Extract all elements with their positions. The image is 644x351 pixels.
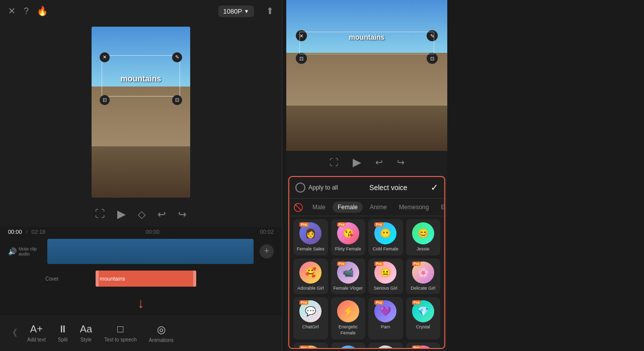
voice-card-normal-female[interactable]: 🙂Normal Female	[368, 342, 403, 348]
pro-badge: Pro	[337, 261, 346, 266]
left-controls-bar: ⛶ ▶ ◇ ↩ ↪	[0, 202, 282, 227]
top-bar: ✕ ? 🔥 1080P ▼ ⬆	[0, 0, 282, 23]
voice-card-energetic-female[interactable]: ⚡Energetic Female	[331, 297, 366, 339]
pro-badge: Pro	[374, 222, 383, 227]
help-icon[interactable]: ?	[24, 6, 29, 17]
right-handle-br[interactable]: ⊡	[427, 53, 438, 64]
voice-card-crystal[interactable]: 💎ProCrystal	[406, 297, 441, 339]
tab-male[interactable]: Male	[307, 202, 331, 213]
handle-bl[interactable]: ⊡	[100, 95, 110, 105]
diamond-icon[interactable]: ◇	[138, 208, 145, 220]
voice-name-cold-female: Cold Female	[373, 246, 398, 252]
tool-style[interactable]: Aa Style	[74, 323, 98, 342]
tab-ban[interactable]: 🚫	[293, 202, 303, 213]
handle-br[interactable]: ⊡	[172, 95, 182, 105]
voice-name-chat-girl: ChatGirl	[302, 324, 319, 330]
voice-avatar-flirty-female: 😘Pro	[337, 222, 359, 244]
pro-badge: Pro	[299, 300, 308, 305]
voice-avatar-delicate-girl: 🌸Pro	[412, 261, 434, 284]
tool-add-text[interactable]: A+ Add text	[21, 323, 52, 342]
voice-avatar-cold-female: 😶Pro	[374, 222, 396, 244]
timeline-marker-1: 00:00	[146, 229, 160, 235]
voice-card-flirty-female[interactable]: 😘ProFlirty Female	[331, 219, 366, 255]
text-clip[interactable]: mountains	[96, 271, 196, 287]
video-clip[interactable]	[47, 239, 254, 264]
voice-avatar-pam: 💜Pro	[374, 300, 396, 322]
voice-card-gloria[interactable]: 🌟ProGloria	[293, 342, 328, 348]
right-fullscreen-icon[interactable]: ⛶	[330, 157, 339, 168]
right-preview-text: mountains	[349, 33, 385, 41]
voice-name-jessie: Jessie	[417, 246, 430, 252]
tab-memesong[interactable]: Memesong	[394, 202, 434, 213]
apply-all-label: Apply to all	[308, 184, 338, 191]
voice-avatar-crystal: 💎Pro	[412, 300, 434, 322]
arrow-down: ↓	[0, 291, 282, 315]
timeline-area: 00:00 / 02:18 00:00 00:02 🔊 Mute clip au…	[0, 227, 282, 315]
right-play-icon[interactable]: ▶	[353, 156, 361, 169]
time-current: 00:00	[8, 229, 22, 235]
timeline-header: 00:00 / 02:18 00:00 00:02	[0, 227, 282, 237]
voice-name-pam: Pam	[381, 324, 390, 330]
voice-grid: 👩ProFemale Sales😘ProFlirty Female😶ProCol…	[289, 216, 444, 348]
voice-name-flirty-female: Flirty Female	[335, 246, 361, 252]
voice-name-crystal: Crystal	[416, 324, 430, 330]
right-undo-icon[interactable]: ↩	[375, 157, 383, 168]
voice-avatar-female-sales: 👩Pro	[299, 222, 321, 244]
redo-icon[interactable]: ↪	[178, 208, 187, 220]
voice-avatar-adorable-girl: 🥰	[299, 261, 321, 284]
voice-name-female-sales: Female Sales	[297, 246, 325, 252]
confirm-icon[interactable]: ✓	[431, 182, 438, 193]
right-redo-icon[interactable]: ↪	[397, 157, 405, 168]
close-icon[interactable]: ✕	[8, 6, 16, 17]
pro-badge: Pro	[299, 345, 308, 348]
voice-card-female-sales[interactable]: 👩ProFemale Sales	[293, 219, 328, 255]
fullscreen-icon[interactable]: ⛶	[95, 208, 105, 220]
voice-name-delicate-girl: Delicate Girl	[411, 286, 435, 292]
voice-name-female-vloger: Female Vloger	[333, 286, 363, 292]
voice-card-delicate-girl[interactable]: 🌸ProDelicate Girl	[406, 258, 441, 295]
voice-card-excited-female[interactable]: 🎉ProExcited Female	[406, 342, 441, 348]
tool-text-to-speech[interactable]: □ Text to speech	[98, 323, 142, 342]
tab-female[interactable]: Female	[333, 202, 363, 213]
voice-card-cold-female[interactable]: 😶ProCold Female	[368, 219, 403, 255]
voice-avatar-jessie: 😊	[412, 222, 434, 244]
voice-card-pam[interactable]: 💜ProPam	[368, 297, 403, 339]
voice-avatar-gloria: 🌟Pro	[299, 345, 321, 348]
play-icon[interactable]: ▶	[117, 208, 126, 221]
voice-card-adorable-girl[interactable]: 🥰Adorable Girl	[293, 258, 328, 295]
right-panel: ✕ ✎ ⊡ ⊡ mountains ⛶ ▶ ↩ ↪ Apply to all S…	[286, 0, 447, 351]
timeline-marker-2: 00:02	[260, 229, 274, 235]
right-mountain	[286, 53, 447, 106]
voice-avatar-serious-girl: 😐Pro	[374, 261, 396, 284]
tool-animations[interactable]: ◎ Animations	[143, 323, 180, 343]
clip-handle-right[interactable]	[193, 271, 196, 287]
nav-back-icon[interactable]: 《	[4, 323, 21, 343]
pro-badge: Pro	[412, 345, 421, 348]
voice-card-jessie[interactable]: 😊Jessie	[406, 219, 441, 255]
voice-card-serious-girl[interactable]: 😐ProSerious Girl	[368, 258, 403, 295]
panel-divider	[282, 0, 282, 351]
cover-label: Cover	[45, 276, 59, 281]
undo-icon[interactable]: ↩	[157, 208, 166, 220]
red-arrow-icon: ↓	[137, 295, 144, 311]
voice-header: Apply to all Select voice ✓	[289, 177, 444, 199]
tab-anime[interactable]: Anime	[365, 202, 392, 213]
handle-tr[interactable]: ✎	[172, 52, 182, 62]
apply-all-toggle[interactable]	[295, 183, 305, 193]
voice-avatar-female-vloger: 📹Pro	[337, 261, 359, 284]
resolution-button[interactable]: 1080P ▼	[218, 6, 255, 17]
voice-card-chat-girl[interactable]: 💬ProChatGirl	[293, 297, 328, 339]
voice-card-female-vloger[interactable]: 📹ProFemale Vloger	[331, 258, 366, 295]
text-track: Cover mountains	[45, 266, 274, 291]
add-clip-button[interactable]: +	[260, 244, 274, 258]
voice-card-charming-female[interactable]: ✨Charming Female	[331, 342, 366, 348]
timeline-track-video: 🔊 Mute clip audio +	[0, 237, 282, 266]
clip-handle-left[interactable]	[96, 271, 99, 287]
handle-tl[interactable]: ✕	[100, 52, 110, 62]
upload-icon[interactable]: ⬆	[266, 6, 274, 17]
flame-icon[interactable]: 🔥	[37, 6, 48, 17]
ground-layer	[92, 146, 190, 198]
voice-tabs: 🚫 Male Female Anime Memesong English	[289, 199, 444, 216]
tab-english[interactable]: English	[436, 202, 445, 213]
tool-split[interactable]: ⏸ Split	[52, 323, 74, 342]
